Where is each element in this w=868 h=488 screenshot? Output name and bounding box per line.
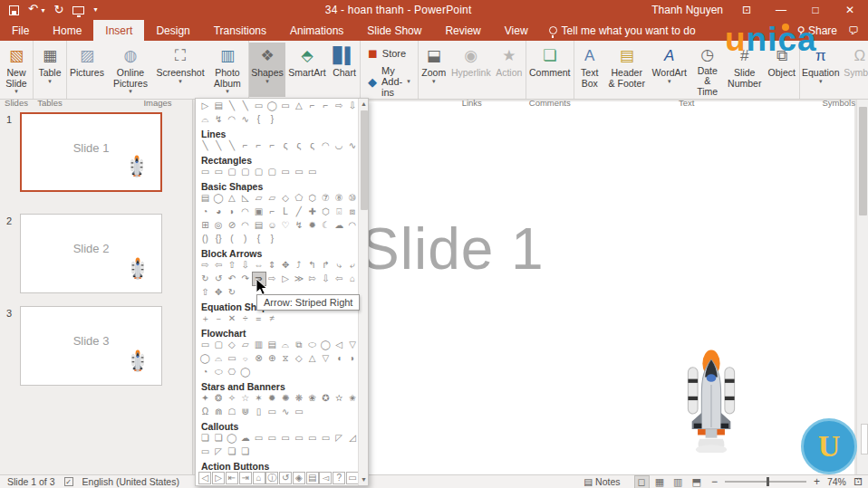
shape-item[interactable]: } [265, 233, 278, 245]
slide-thumbnail-3[interactable]: Slide 3 [20, 306, 162, 386]
shape-item[interactable]: ✫ [333, 392, 345, 405]
shape-item[interactable]: ▤ [306, 472, 319, 484]
shape-item[interactable]: ⌐ [265, 139, 278, 152]
shape-item[interactable]: ◯ [226, 432, 238, 445]
shape-item[interactable]: ≠ [265, 312, 278, 325]
slide-canvas[interactable] [369, 101, 854, 474]
shape-item[interactable]: ☾ [319, 219, 332, 232]
shape-item[interactable]: ↱ [319, 259, 332, 272]
shape-item[interactable]: ⇔ [253, 259, 265, 272]
shape-item[interactable]: ◯ [319, 339, 332, 351]
tab-home[interactable]: Home [41, 20, 93, 41]
shape-item[interactable]: ↻ [226, 286, 238, 299]
shape-item[interactable]: ⧈ [346, 206, 358, 218]
screenshot-button[interactable]: ⛶Screenshot▾ [154, 43, 207, 97]
shape-item[interactable]: ↺ [279, 472, 292, 484]
shape-item[interactable]: ⌐ [306, 100, 319, 112]
minimize-button[interactable]: — [770, 4, 792, 16]
shape-item[interactable]: ⌂ [253, 472, 265, 484]
shape-item[interactable]: ▱ [253, 192, 265, 205]
store-button[interactable]: ◼Store [368, 46, 410, 60]
shape-item[interactable]: ⇦ [212, 259, 225, 272]
scrollbar-thumb[interactable] [361, 110, 368, 210]
header-footer-button[interactable]: ▤Header & Footer [605, 43, 649, 97]
shape-item[interactable]: ✚ [306, 206, 319, 218]
scroll-up-icon[interactable]: ▲ [359, 99, 369, 110]
shape-item[interactable]: ⊕ [265, 352, 278, 365]
slide-counter[interactable]: Slide 1 of 3 [7, 476, 55, 487]
shape-item[interactable]: ⑩ [346, 192, 358, 205]
start-presentation-icon[interactable] [72, 6, 84, 14]
shape-item[interactable]: ✹ [265, 392, 278, 405]
shape-item[interactable]: ▤ [212, 100, 225, 112]
shape-item[interactable]: ∿ [346, 139, 358, 152]
shape-item[interactable]: ◠ [226, 113, 238, 126]
scroll-down-icon[interactable]: ▼ [359, 474, 369, 485]
shape-item[interactable]: ▭ [319, 432, 332, 445]
vertical-scrollbar[interactable] [856, 100, 868, 474]
table-button[interactable]: ▦Table▾ [34, 43, 66, 97]
shape-item[interactable]: ✥ [212, 286, 225, 299]
shape-item[interactable]: ◇ [279, 192, 292, 205]
shape-item[interactable]: ⤷ [333, 259, 345, 272]
shape-item[interactable]: ▭ [212, 166, 225, 178]
shape-item[interactable]: ▭ [306, 432, 319, 445]
shape-item[interactable]: L [279, 206, 292, 218]
shape-item[interactable]: ▽ [319, 352, 332, 365]
shape-item[interactable]: () [198, 233, 211, 245]
shape-item[interactable]: ⇥ [239, 472, 252, 484]
tab-insert[interactable]: Insert [93, 20, 144, 41]
shape-item[interactable]: ▭ [293, 166, 305, 178]
shape-item[interactable]: ◯ [198, 352, 211, 365]
shape-item[interactable]: ☁ [333, 219, 345, 232]
shape-item[interactable]: ↰ [306, 259, 319, 272]
shape-item[interactable]: ∿ [279, 406, 292, 418]
shape-item[interactable]: ▭ [198, 166, 211, 178]
shape-item[interactable]: ❏ [212, 432, 225, 445]
shape-item[interactable]: ▤ [253, 219, 265, 232]
shape-item[interactable]: ▣ [253, 206, 265, 218]
smartart-button[interactable]: ⬘SmartArt [285, 43, 329, 97]
shape-item[interactable]: ⌓ [198, 113, 211, 126]
shape-item[interactable]: ↻ [198, 273, 211, 285]
slide-title-text[interactable]: Slide 1 [361, 215, 545, 282]
rocket-image[interactable] [682, 346, 740, 456]
shape-item[interactable]: ⬭ [306, 339, 319, 351]
tab-review[interactable]: Review [433, 20, 492, 41]
shape-item[interactable]: ✬ [346, 392, 358, 405]
zoom-slider-knob[interactable] [767, 477, 769, 486]
spellcheck-icon[interactable]: ✓ [64, 477, 73, 486]
shape-item[interactable]: ↺ [212, 273, 225, 285]
shape-item[interactable]: ⌓ [212, 352, 225, 365]
shape-item[interactable]: ↷ [239, 273, 252, 285]
shape-item[interactable]: ▭ [198, 339, 211, 351]
shape-item[interactable]: △ [293, 100, 305, 112]
date-time-button[interactable]: ◷Date & Time [690, 43, 725, 97]
shape-item[interactable]: ⇧ [198, 286, 211, 299]
shape-item[interactable]: ▭ [253, 432, 265, 445]
shape-item[interactable]: Ω [198, 406, 211, 418]
shape-item[interactable]: ☆ [239, 392, 252, 405]
shape-item[interactable]: ) [239, 233, 252, 245]
shape-item[interactable]: ∿ [239, 113, 252, 126]
shape-item[interactable]: ▭ [293, 406, 305, 418]
zoom-slider[interactable] [725, 481, 806, 483]
shape-item[interactable]: △ [306, 352, 319, 365]
shape-item[interactable]: ◸ [333, 432, 345, 445]
shape-item[interactable]: ✺ [279, 392, 292, 405]
shape-item[interactable]: ▤ [198, 192, 211, 205]
shape-item[interactable]: ❋ [293, 392, 305, 405]
shape-item[interactable]: ⇧ [226, 259, 238, 272]
shape-item[interactable]: ❀ [306, 392, 319, 405]
notes-button[interactable]: ▤ Notes [583, 476, 620, 487]
shape-item[interactable]: ⇩ [319, 273, 332, 285]
tell-me-box[interactable]: Tell me what you want to do [540, 20, 705, 41]
shape-item[interactable]: ◎ [212, 219, 225, 232]
shape-item[interactable]: ▭ [253, 100, 265, 112]
shape-item[interactable]: ✹ [306, 219, 319, 232]
shape-item[interactable]: ▤ [265, 339, 278, 351]
shape-item[interactable]: {} [212, 233, 225, 245]
shape-item[interactable]: { [253, 233, 265, 245]
shape-item[interactable]: ╲ [212, 139, 225, 152]
shape-item[interactable]: ◿ [346, 432, 358, 445]
